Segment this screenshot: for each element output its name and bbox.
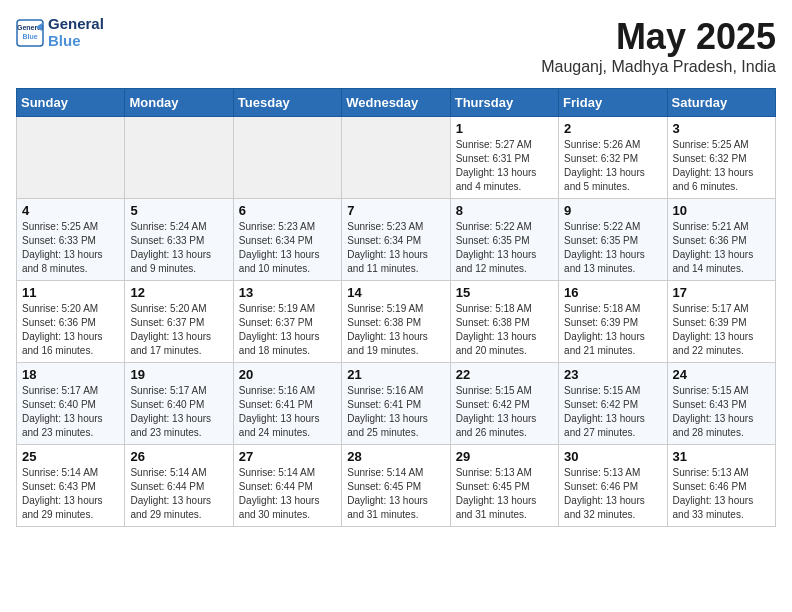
calendar-cell: 23Sunrise: 5:15 AM Sunset: 6:42 PM Dayli…	[559, 363, 667, 445]
calendar-cell: 25Sunrise: 5:14 AM Sunset: 6:43 PM Dayli…	[17, 445, 125, 527]
day-number: 1	[456, 121, 553, 136]
calendar-cell: 12Sunrise: 5:20 AM Sunset: 6:37 PM Dayli…	[125, 281, 233, 363]
calendar-cell: 7Sunrise: 5:23 AM Sunset: 6:34 PM Daylig…	[342, 199, 450, 281]
day-number: 9	[564, 203, 661, 218]
day-number: 28	[347, 449, 444, 464]
day-info: Sunrise: 5:19 AM Sunset: 6:38 PM Dayligh…	[347, 302, 444, 358]
calendar-week-2: 4Sunrise: 5:25 AM Sunset: 6:33 PM Daylig…	[17, 199, 776, 281]
weekday-header-saturday: Saturday	[667, 89, 775, 117]
day-number: 20	[239, 367, 336, 382]
day-number: 24	[673, 367, 770, 382]
calendar-cell: 13Sunrise: 5:19 AM Sunset: 6:37 PM Dayli…	[233, 281, 341, 363]
day-info: Sunrise: 5:14 AM Sunset: 6:44 PM Dayligh…	[239, 466, 336, 522]
calendar-cell: 10Sunrise: 5:21 AM Sunset: 6:36 PM Dayli…	[667, 199, 775, 281]
day-number: 8	[456, 203, 553, 218]
calendar-cell: 3Sunrise: 5:25 AM Sunset: 6:32 PM Daylig…	[667, 117, 775, 199]
calendar-cell: 26Sunrise: 5:14 AM Sunset: 6:44 PM Dayli…	[125, 445, 233, 527]
svg-text:Blue: Blue	[22, 33, 37, 40]
day-info: Sunrise: 5:14 AM Sunset: 6:45 PM Dayligh…	[347, 466, 444, 522]
calendar-cell: 30Sunrise: 5:13 AM Sunset: 6:46 PM Dayli…	[559, 445, 667, 527]
weekday-header-friday: Friday	[559, 89, 667, 117]
calendar-cell: 28Sunrise: 5:14 AM Sunset: 6:45 PM Dayli…	[342, 445, 450, 527]
calendar-cell: 16Sunrise: 5:18 AM Sunset: 6:39 PM Dayli…	[559, 281, 667, 363]
calendar-cell: 5Sunrise: 5:24 AM Sunset: 6:33 PM Daylig…	[125, 199, 233, 281]
calendar-cell	[17, 117, 125, 199]
day-number: 14	[347, 285, 444, 300]
calendar-cell: 1Sunrise: 5:27 AM Sunset: 6:31 PM Daylig…	[450, 117, 558, 199]
day-info: Sunrise: 5:13 AM Sunset: 6:46 PM Dayligh…	[673, 466, 770, 522]
day-number: 27	[239, 449, 336, 464]
calendar-cell: 17Sunrise: 5:17 AM Sunset: 6:39 PM Dayli…	[667, 281, 775, 363]
calendar-cell: 14Sunrise: 5:19 AM Sunset: 6:38 PM Dayli…	[342, 281, 450, 363]
day-info: Sunrise: 5:18 AM Sunset: 6:39 PM Dayligh…	[564, 302, 661, 358]
day-number: 6	[239, 203, 336, 218]
day-info: Sunrise: 5:17 AM Sunset: 6:40 PM Dayligh…	[22, 384, 119, 440]
calendar-cell: 8Sunrise: 5:22 AM Sunset: 6:35 PM Daylig…	[450, 199, 558, 281]
day-info: Sunrise: 5:21 AM Sunset: 6:36 PM Dayligh…	[673, 220, 770, 276]
logo: General Blue General Blue	[16, 16, 104, 49]
day-number: 22	[456, 367, 553, 382]
day-info: Sunrise: 5:13 AM Sunset: 6:45 PM Dayligh…	[456, 466, 553, 522]
day-info: Sunrise: 5:16 AM Sunset: 6:41 PM Dayligh…	[347, 384, 444, 440]
day-info: Sunrise: 5:18 AM Sunset: 6:38 PM Dayligh…	[456, 302, 553, 358]
calendar-cell: 15Sunrise: 5:18 AM Sunset: 6:38 PM Dayli…	[450, 281, 558, 363]
calendar-cell	[342, 117, 450, 199]
day-info: Sunrise: 5:14 AM Sunset: 6:43 PM Dayligh…	[22, 466, 119, 522]
day-number: 19	[130, 367, 227, 382]
day-info: Sunrise: 5:15 AM Sunset: 6:43 PM Dayligh…	[673, 384, 770, 440]
day-info: Sunrise: 5:24 AM Sunset: 6:33 PM Dayligh…	[130, 220, 227, 276]
calendar-cell: 20Sunrise: 5:16 AM Sunset: 6:41 PM Dayli…	[233, 363, 341, 445]
day-number: 29	[456, 449, 553, 464]
day-info: Sunrise: 5:17 AM Sunset: 6:40 PM Dayligh…	[130, 384, 227, 440]
day-number: 2	[564, 121, 661, 136]
logo-line1: General	[48, 16, 104, 33]
day-number: 30	[564, 449, 661, 464]
day-number: 21	[347, 367, 444, 382]
weekday-header-wednesday: Wednesday	[342, 89, 450, 117]
day-number: 4	[22, 203, 119, 218]
day-info: Sunrise: 5:13 AM Sunset: 6:46 PM Dayligh…	[564, 466, 661, 522]
day-info: Sunrise: 5:16 AM Sunset: 6:41 PM Dayligh…	[239, 384, 336, 440]
calendar-cell: 19Sunrise: 5:17 AM Sunset: 6:40 PM Dayli…	[125, 363, 233, 445]
day-number: 7	[347, 203, 444, 218]
calendar-week-4: 18Sunrise: 5:17 AM Sunset: 6:40 PM Dayli…	[17, 363, 776, 445]
day-info: Sunrise: 5:23 AM Sunset: 6:34 PM Dayligh…	[347, 220, 444, 276]
day-number: 12	[130, 285, 227, 300]
day-number: 11	[22, 285, 119, 300]
calendar-cell: 11Sunrise: 5:20 AM Sunset: 6:36 PM Dayli…	[17, 281, 125, 363]
calendar-cell: 21Sunrise: 5:16 AM Sunset: 6:41 PM Dayli…	[342, 363, 450, 445]
day-info: Sunrise: 5:15 AM Sunset: 6:42 PM Dayligh…	[564, 384, 661, 440]
title-block: May 2025 Mauganj, Madhya Pradesh, India	[541, 16, 776, 76]
location: Mauganj, Madhya Pradesh, India	[541, 58, 776, 76]
calendar-week-3: 11Sunrise: 5:20 AM Sunset: 6:36 PM Dayli…	[17, 281, 776, 363]
weekday-header-row: SundayMondayTuesdayWednesdayThursdayFrid…	[17, 89, 776, 117]
day-info: Sunrise: 5:20 AM Sunset: 6:37 PM Dayligh…	[130, 302, 227, 358]
day-number: 25	[22, 449, 119, 464]
weekday-header-monday: Monday	[125, 89, 233, 117]
calendar-cell	[233, 117, 341, 199]
day-info: Sunrise: 5:26 AM Sunset: 6:32 PM Dayligh…	[564, 138, 661, 194]
calendar-week-5: 25Sunrise: 5:14 AM Sunset: 6:43 PM Dayli…	[17, 445, 776, 527]
logo-icon: General Blue	[16, 19, 44, 47]
day-info: Sunrise: 5:22 AM Sunset: 6:35 PM Dayligh…	[456, 220, 553, 276]
day-info: Sunrise: 5:27 AM Sunset: 6:31 PM Dayligh…	[456, 138, 553, 194]
calendar-cell: 27Sunrise: 5:14 AM Sunset: 6:44 PM Dayli…	[233, 445, 341, 527]
day-number: 10	[673, 203, 770, 218]
day-info: Sunrise: 5:25 AM Sunset: 6:32 PM Dayligh…	[673, 138, 770, 194]
day-info: Sunrise: 5:23 AM Sunset: 6:34 PM Dayligh…	[239, 220, 336, 276]
calendar-cell: 31Sunrise: 5:13 AM Sunset: 6:46 PM Dayli…	[667, 445, 775, 527]
day-info: Sunrise: 5:20 AM Sunset: 6:36 PM Dayligh…	[22, 302, 119, 358]
weekday-header-sunday: Sunday	[17, 89, 125, 117]
day-number: 15	[456, 285, 553, 300]
calendar-cell: 6Sunrise: 5:23 AM Sunset: 6:34 PM Daylig…	[233, 199, 341, 281]
calendar-cell	[125, 117, 233, 199]
calendar-cell: 4Sunrise: 5:25 AM Sunset: 6:33 PM Daylig…	[17, 199, 125, 281]
logo-line2: Blue	[48, 33, 104, 50]
day-number: 31	[673, 449, 770, 464]
day-number: 18	[22, 367, 119, 382]
weekday-header-tuesday: Tuesday	[233, 89, 341, 117]
calendar-week-1: 1Sunrise: 5:27 AM Sunset: 6:31 PM Daylig…	[17, 117, 776, 199]
day-info: Sunrise: 5:15 AM Sunset: 6:42 PM Dayligh…	[456, 384, 553, 440]
weekday-header-thursday: Thursday	[450, 89, 558, 117]
calendar-cell: 22Sunrise: 5:15 AM Sunset: 6:42 PM Dayli…	[450, 363, 558, 445]
